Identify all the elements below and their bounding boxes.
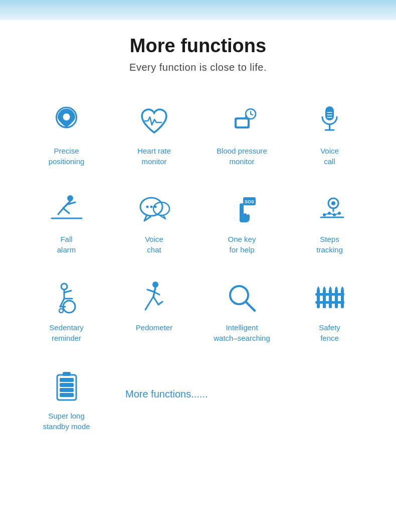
svg-point-24	[154, 206, 156, 208]
grid-item-pedometer: Pedometer	[110, 270, 198, 358]
svg-rect-4	[237, 119, 248, 126]
svg-marker-55	[317, 286, 320, 289]
svg-line-46	[153, 297, 158, 305]
svg-line-18	[63, 208, 69, 213]
top-bar	[0, 0, 396, 20]
svg-rect-65	[60, 388, 74, 392]
microphone-icon	[312, 103, 347, 139]
grid-item-precise-positioning: Precisepositioning	[23, 93, 110, 182]
svg-rect-51	[323, 289, 326, 308]
svg-marker-58	[335, 286, 338, 289]
sos-icon: SOS	[225, 192, 260, 227]
chat-icon	[137, 192, 172, 227]
svg-line-17	[58, 208, 63, 214]
battery-icon	[49, 368, 84, 404]
fence-icon	[312, 280, 347, 315]
grid-item-voice-chat: Voicechat	[110, 182, 198, 270]
grid-item-sedentary: Sedentaryreminder	[23, 270, 110, 358]
grid-item-watch-search: Intelligentwatch–searching	[198, 270, 286, 358]
bottom-row: Super longstandby mode More functions...…	[23, 358, 373, 447]
page-title: More functions	[130, 35, 266, 57]
svg-line-44	[148, 297, 153, 305]
fall-icon	[49, 192, 84, 227]
grid-item-steps: Stepstracking	[286, 182, 373, 270]
grid-item-blood-pressure: Blood pressuremonitor	[198, 93, 286, 182]
svg-rect-66	[60, 383, 74, 387]
location-pin-icon	[49, 103, 84, 139]
grid-item-super-standby: Super longstandby mode	[23, 358, 110, 447]
svg-line-45	[145, 305, 148, 310]
precise-positioning-label: Precisepositioning	[49, 146, 85, 167]
blood-pressure-icon	[225, 103, 260, 139]
steps-tracking-label: Stepstracking	[316, 234, 343, 255]
svg-rect-64	[60, 393, 74, 397]
svg-rect-54	[341, 289, 344, 308]
grid-item-fall-alarm: Fallalarm	[23, 182, 110, 270]
grid-item-voice-call: Voicecall	[286, 93, 373, 182]
svg-point-2	[63, 113, 70, 120]
svg-marker-59	[341, 286, 344, 289]
svg-rect-25	[240, 203, 244, 210]
more-functions-text: More functions......	[110, 378, 213, 405]
svg-line-49	[246, 302, 255, 311]
svg-point-23	[150, 206, 152, 208]
grid-item-heart-rate: Heart ratemonitor	[110, 93, 198, 182]
svg-rect-63	[63, 372, 71, 376]
safety-fence-label: Safetyfence	[319, 322, 340, 343]
grid-item-sos: SOS One keyfor help	[198, 182, 286, 270]
svg-point-35	[61, 284, 67, 290]
search-icon	[225, 280, 260, 315]
svg-line-7	[251, 114, 253, 115]
svg-rect-67	[60, 378, 74, 382]
svg-rect-8	[325, 106, 334, 120]
svg-rect-52	[329, 289, 332, 308]
super-standby-label: Super longstandby mode	[43, 411, 90, 432]
svg-marker-57	[329, 286, 332, 289]
wheelchair-icon	[49, 280, 84, 315]
svg-rect-60	[315, 293, 344, 296]
watch-search-label: Intelligentwatch–searching	[214, 322, 270, 343]
svg-point-40	[152, 282, 158, 288]
features-grid: Precisepositioning Heart ratemonitor	[23, 93, 373, 358]
page-subtitle: Every function is close to life.	[129, 62, 267, 73]
svg-point-14	[67, 195, 73, 201]
fall-alarm-label: Fallalarm	[57, 234, 76, 255]
voice-call-label: Voicecall	[320, 146, 339, 167]
blood-pressure-label: Blood pressuremonitor	[217, 146, 267, 167]
svg-point-39	[59, 309, 63, 313]
svg-line-47	[158, 302, 162, 305]
voice-chat-label: Voicechat	[145, 234, 163, 255]
svg-rect-53	[335, 289, 338, 308]
walk-icon	[137, 280, 172, 315]
svg-text:SOS: SOS	[245, 199, 254, 204]
svg-line-42	[147, 290, 153, 292]
svg-marker-56	[323, 286, 326, 289]
svg-point-29	[331, 201, 335, 205]
steps-tracking-icon	[312, 192, 347, 227]
svg-rect-61	[315, 301, 344, 304]
sos-label: One keyfor help	[228, 234, 256, 255]
heart-rate-icon	[137, 103, 172, 139]
svg-rect-50	[317, 289, 320, 308]
heart-rate-label: Heart ratemonitor	[137, 146, 171, 167]
page-container: More functions Every function is close t…	[0, 20, 396, 467]
grid-item-safety-fence: Safetyfence	[286, 270, 373, 358]
pedometer-label: Pedometer	[136, 322, 172, 333]
sedentary-reminder-label: Sedentaryreminder	[49, 322, 83, 343]
svg-point-22	[146, 206, 148, 208]
